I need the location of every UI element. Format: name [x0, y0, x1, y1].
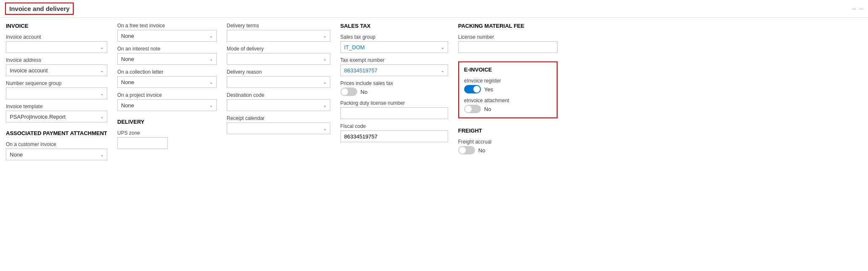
- sales-tax-group-select[interactable]: IT_DOM ⌄: [340, 41, 448, 53]
- sales-tax-group-label: Sales tax group: [340, 34, 448, 40]
- on-project-invoice-label: On a project invoice: [117, 92, 217, 98]
- invoice-account-select[interactable]: ⌄: [6, 41, 107, 53]
- on-interest-note-label: On an interest note: [117, 46, 217, 52]
- on-collection-letter-field: On a collection letter None ⌄: [117, 69, 217, 88]
- on-project-invoice-select[interactable]: None ⌄: [117, 99, 217, 111]
- e-invoice-box: E-INVOICE eInvoice register Yes eInvoice…: [458, 61, 557, 118]
- prices-include-sales-tax-thumb: [341, 88, 348, 95]
- einvoice-attachment-toggle[interactable]: [464, 105, 481, 113]
- ups-zone-label: UPS zone: [117, 130, 217, 136]
- delivery-terms-field: Delivery terms ⌄: [227, 23, 330, 42]
- delivery-terms-label: Delivery terms: [227, 23, 330, 29]
- invoice-column: INVOICE Invoice account ⌄ Invoice addres…: [6, 23, 117, 160]
- invoice-address-label: Invoice address: [6, 57, 107, 63]
- einvoice-register-thumb: [473, 86, 480, 93]
- on-customer-invoice-field: On a customer invoice None ⌄: [6, 141, 107, 160]
- invoice-account-field: Invoice account ⌄: [6, 34, 107, 53]
- on-interest-note-value: None: [121, 56, 134, 62]
- receipt-calendar-label: Receipt calendar: [227, 115, 330, 121]
- fiscal-code-label: Fiscal code: [340, 123, 448, 129]
- mode-of-delivery-field: Mode of delivery ⌄: [227, 46, 330, 65]
- invoice-template-select[interactable]: PSAProjInvoice.Report ⌄: [6, 111, 107, 122]
- freight-accrual-toggle-container: No: [458, 146, 557, 154]
- number-sequence-chevron-icon: ⌄: [100, 91, 104, 96]
- sales-tax-group-value: IT_DOM: [344, 44, 365, 50]
- einvoice-register-toggle-label: Yes: [484, 86, 493, 93]
- invoice-template-label: Invoice template: [6, 104, 107, 109]
- einvoice-attachment-toggle-container: No: [464, 105, 552, 113]
- prices-include-sales-tax-toggle-label: No: [361, 89, 368, 95]
- invoice-address-field: Invoice address Invoice account ⌄: [6, 57, 107, 76]
- freight-section-label: FREIGHT: [458, 128, 557, 134]
- fiscal-code-input[interactable]: [340, 130, 448, 142]
- prices-include-sales-tax-field: Prices include sales tax No: [340, 80, 448, 96]
- delivery-terms-select[interactable]: ⌄: [227, 30, 330, 42]
- freight-accrual-field: Freight accrual No: [458, 139, 557, 154]
- einvoice-register-label: eInvoice register: [464, 78, 552, 84]
- on-customer-invoice-value: None: [10, 151, 23, 158]
- freight-accrual-thumb: [459, 147, 466, 154]
- tax-exempt-number-select[interactable]: 86334519757 ⌄: [340, 64, 448, 76]
- on-free-text-chevron-icon: ⌄: [210, 34, 213, 38]
- delivery-reason-select[interactable]: ⌄: [227, 76, 330, 88]
- invoice-template-field: Invoice template PSAProjInvoice.Report ⌄: [6, 104, 107, 122]
- packing-duty-license-input[interactable]: [340, 107, 448, 119]
- license-number-label: License number: [458, 34, 557, 40]
- on-interest-note-select[interactable]: None ⌄: [117, 53, 217, 65]
- receipt-calendar-select[interactable]: ⌄: [227, 122, 330, 134]
- einvoice-register-toggle[interactable]: [464, 85, 481, 93]
- ups-zone-input[interactable]: [117, 137, 168, 149]
- destination-code-chevron-icon: ⌄: [323, 103, 326, 108]
- einvoice-register-field: eInvoice register Yes: [464, 78, 552, 93]
- license-number-input[interactable]: [458, 41, 557, 53]
- on-project-invoice-chevron-icon: ⌄: [210, 103, 213, 108]
- ups-zone-field: UPS zone: [117, 130, 217, 149]
- on-interest-note-chevron-icon: ⌄: [210, 57, 213, 61]
- invoice-account-label: Invoice account: [6, 34, 107, 40]
- freetext-column: On a free text invoice None ⌄ On an inte…: [117, 23, 227, 160]
- e-invoice-section-label: E-INVOICE: [464, 66, 552, 73]
- invoice-template-value: PSAProjInvoice.Report: [10, 114, 66, 120]
- header-controls: -- --: [852, 5, 863, 12]
- assoc-payment-section-label: ASSOCIATED PAYMENT ATTACHMENT: [6, 130, 107, 136]
- on-customer-invoice-select[interactable]: None ⌄: [6, 149, 107, 160]
- mode-of-delivery-select[interactable]: ⌄: [227, 53, 330, 65]
- number-sequence-group-label: Number sequence group: [6, 80, 107, 86]
- delivery-reason-field: Delivery reason ⌄: [227, 69, 330, 88]
- on-collection-letter-label: On a collection letter: [117, 69, 217, 75]
- on-free-text-select[interactable]: None ⌄: [117, 30, 217, 42]
- on-project-invoice-field: On a project invoice None ⌄: [117, 92, 217, 111]
- invoice-address-value: Invoice account: [10, 67, 48, 74]
- einvoice-attachment-field: eInvoice attachment No: [464, 98, 552, 113]
- prices-include-sales-tax-toggle[interactable]: [340, 88, 357, 96]
- freight-accrual-toggle-label: No: [478, 147, 486, 154]
- delivery-reason-label: Delivery reason: [227, 69, 330, 75]
- page-title: Invoice and delivery: [5, 3, 74, 15]
- prices-include-sales-tax-label: Prices include sales tax: [340, 80, 448, 86]
- tax-exempt-number-field: Tax exempt number 86334519757 ⌄: [340, 57, 448, 76]
- on-interest-note-field: On an interest note None ⌄: [117, 46, 217, 65]
- on-free-text-invoice-field: On a free text invoice None ⌄: [117, 23, 217, 42]
- tax-exempt-number-chevron-icon: ⌄: [441, 68, 444, 73]
- destination-code-field: Destination code ⌄: [227, 92, 330, 111]
- mode-of-delivery-chevron-icon: ⌄: [323, 57, 326, 61]
- freight-accrual-toggle[interactable]: [458, 146, 475, 154]
- number-sequence-group-select[interactable]: ⌄: [6, 88, 107, 99]
- einvoice-register-toggle-container: Yes: [464, 85, 552, 93]
- right-column: PACKING MATERIAL FEE License number E-IN…: [458, 23, 568, 160]
- sales-tax-group-field: Sales tax group IT_DOM ⌄: [340, 34, 448, 53]
- tax-exempt-number-value: 86334519757: [344, 67, 378, 74]
- tax-exempt-number-label: Tax exempt number: [340, 57, 448, 63]
- on-collection-letter-select[interactable]: None ⌄: [117, 76, 217, 88]
- on-project-invoice-value: None: [121, 102, 134, 109]
- number-sequence-group-field: Number sequence group ⌄: [6, 80, 107, 99]
- destination-code-select[interactable]: ⌄: [227, 99, 330, 111]
- invoice-address-select[interactable]: Invoice account ⌄: [6, 64, 107, 76]
- packing-duty-license-label: Packing duty license number: [340, 100, 448, 106]
- freight-accrual-label: Freight accrual: [458, 139, 557, 145]
- einvoice-attachment-thumb: [465, 106, 472, 112]
- header-bar: Invoice and delivery -- --: [0, 0, 868, 18]
- delivery-reason-chevron-icon: ⌄: [323, 80, 326, 85]
- receipt-calendar-field: Receipt calendar ⌄: [227, 115, 330, 134]
- dash2: --: [859, 5, 863, 12]
